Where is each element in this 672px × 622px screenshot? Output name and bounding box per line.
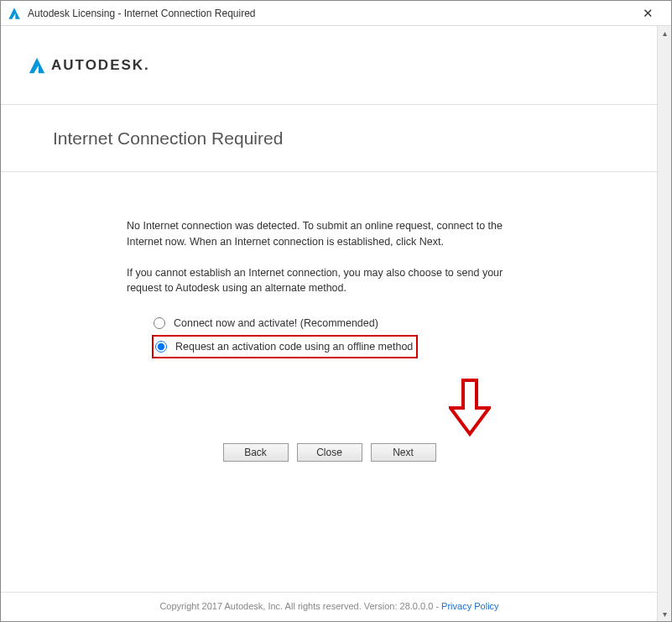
- annotation-arrow-icon: [449, 379, 491, 437]
- scroll-down-icon[interactable]: ▾: [658, 607, 671, 621]
- window-close-button[interactable]: ✕: [631, 2, 664, 25]
- annotation-red-box: Request an activation code using an offl…: [152, 335, 418, 358]
- radio-connect-now-input[interactable]: [154, 317, 165, 329]
- radio-offline-method-input[interactable]: [155, 341, 167, 353]
- radio-connect-now-label: Connect now and activate! (Recommended): [174, 317, 378, 329]
- footer: Copyright 2017 Autodesk, Inc. All rights…: [1, 592, 658, 619]
- privacy-policy-link[interactable]: Privacy Policy: [441, 601, 498, 611]
- button-row: Back Close Next: [1, 443, 658, 462]
- footer-copyright: Copyright 2017 Autodesk, Inc. All rights…: [159, 601, 441, 611]
- window-titlebar: Autodesk Licensing - Internet Connection…: [1, 1, 671, 26]
- brand-bar: AUTODESK.: [1, 26, 658, 105]
- paragraph-1: No Internet connection was detected. To …: [127, 218, 538, 250]
- content-area: AUTODESK. Internet Connection Required N…: [1, 26, 658, 622]
- scroll-up-icon[interactable]: ▴: [658, 26, 671, 40]
- close-button[interactable]: Close: [297, 443, 362, 462]
- back-button[interactable]: Back: [223, 443, 289, 462]
- close-icon: ✕: [643, 6, 654, 21]
- paragraph-2: If you cannot establish an Internet conn…: [127, 265, 538, 297]
- autodesk-logo-icon: [28, 56, 46, 75]
- next-button[interactable]: Next: [371, 443, 436, 462]
- vertical-scrollbar[interactable]: ▴ ▾: [657, 26, 671, 621]
- radio-offline-method[interactable]: Request an activation code using an offl…: [154, 337, 416, 357]
- radio-connect-now[interactable]: Connect now and activate! (Recommended): [152, 313, 538, 333]
- brand-text: AUTODESK.: [51, 57, 150, 74]
- radio-group: Connect now and activate! (Recommended) …: [127, 313, 538, 358]
- autodesk-app-icon: [8, 7, 21, 20]
- page-title-row: Internet Connection Required: [1, 105, 658, 172]
- page-title: Internet Connection Required: [53, 128, 283, 149]
- window-title: Autodesk Licensing - Internet Connection…: [28, 8, 631, 19]
- radio-offline-method-label: Request an activation code using an offl…: [175, 341, 413, 353]
- content: No Internet connection was detected. To …: [1, 172, 538, 358]
